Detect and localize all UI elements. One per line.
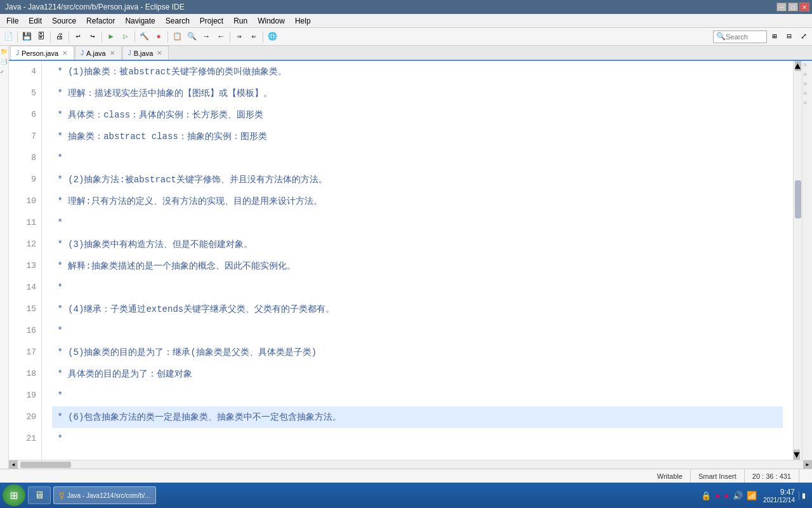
toolbar-separator-3 xyxy=(69,31,69,43)
menu-edit[interactable]: Edit xyxy=(23,14,47,27)
taskbar-btn-1[interactable]: 🖥 xyxy=(28,486,51,504)
tray-icon-1[interactable]: 🔒 xyxy=(701,491,711,500)
taskbar-clock: 9:47 2021/12/14 xyxy=(763,488,795,504)
toolbar-undo[interactable]: ↩ xyxy=(71,30,85,44)
vscroll-down-arrow[interactable]: ▼ xyxy=(794,450,800,460)
toolbar-open-task[interactable]: 📋 xyxy=(170,30,184,44)
code-line: * xyxy=(52,320,783,342)
line-number: 12 xyxy=(22,234,36,255)
tab-label-b: B.java xyxy=(134,50,154,57)
menu-run[interactable]: Run xyxy=(228,14,252,27)
tray-icon-5[interactable]: 📶 xyxy=(747,491,757,500)
tab-person-java[interactable]: J Person.java ✕ xyxy=(10,46,74,60)
menu-refactor[interactable]: Refactor xyxy=(81,14,120,27)
tray-icon-2[interactable]: ● xyxy=(715,491,720,500)
toolbar-perspectives[interactable]: ⊞ xyxy=(768,30,782,44)
toolbar-back[interactable]: ⇐ xyxy=(247,30,261,44)
tray-icon-3[interactable]: ● xyxy=(724,491,729,500)
taskbar-icon-1: 🖥 xyxy=(34,490,44,502)
right-panel-icon-2[interactable]: ≡ xyxy=(804,72,811,79)
tab-b-java[interactable]: J B.java ✕ xyxy=(122,46,169,60)
line-number: 20 xyxy=(22,406,36,428)
menu-search[interactable]: Search xyxy=(160,14,195,27)
code-line: * 抽象类：abstract class：抽象的实例：图形类 xyxy=(52,126,783,147)
taskbar: ⊞ 🖥 ☿ Java - Java1214/src/com/b/... 🔒 ● … xyxy=(0,483,812,508)
code-content[interactable]: * (1)抽象类：被abstract关键字修饰的类叫做抽象类。 * 理解：描述现… xyxy=(42,61,793,460)
search-icon: 🔍 xyxy=(716,32,726,41)
start-icon: ⊞ xyxy=(10,488,18,504)
search-input[interactable] xyxy=(726,33,764,41)
vertical-scrollbar[interactable]: ▲ ▼ xyxy=(793,61,802,460)
tab-icon-a: J xyxy=(81,50,84,57)
package-explorer-icon[interactable]: 📁 xyxy=(1,48,8,56)
menu-file[interactable]: File xyxy=(1,14,23,27)
menu-navigate[interactable]: Navigate xyxy=(120,14,160,27)
hscroll-thumb[interactable] xyxy=(20,462,71,468)
outline-icon[interactable]: 📑 xyxy=(1,58,8,66)
system-tray: 🔒 ● ● 🔊 📶 9:47 2021/12/14 ▮ xyxy=(697,488,809,504)
tray-icon-4[interactable]: 🔊 xyxy=(733,491,743,500)
toolbar-print[interactable]: 🖨 xyxy=(53,30,67,44)
line-numbers: 456789101112131415161718192021 xyxy=(9,61,42,460)
tab-icon-person: J xyxy=(16,50,19,57)
toolbar-redo[interactable]: ↪ xyxy=(86,30,100,44)
tab-close-person[interactable]: ✕ xyxy=(61,50,69,57)
clock-date: 2021/12/14 xyxy=(763,497,795,504)
line-number: 14 xyxy=(22,277,36,298)
tab-a-java[interactable]: J A.java ✕ xyxy=(75,46,122,60)
task-icon[interactable]: ✓ xyxy=(1,69,8,76)
code-line: * 解释:抽象类描述的是一个抽象的概念、因此不能实例化。 xyxy=(52,255,783,277)
toolbar-debug[interactable]: ▶ xyxy=(104,30,118,44)
code-editor[interactable]: 456789101112131415161718192021 * (1)抽象类：… xyxy=(9,61,793,460)
tray-show-desktop[interactable]: ▮ xyxy=(799,491,806,500)
vscroll-thumb[interactable] xyxy=(795,180,801,218)
menu-project[interactable]: Project xyxy=(195,14,228,27)
line-number: 18 xyxy=(22,363,36,385)
tab-close-b[interactable]: ✕ xyxy=(155,50,163,57)
toolbar-new[interactable]: 📄 xyxy=(1,30,15,44)
toolbar-save-all[interactable]: 🗄 xyxy=(34,30,48,44)
menu-help[interactable]: Help xyxy=(290,14,316,27)
code-line: * xyxy=(52,428,783,450)
toolbar-maximize[interactable]: ⤢ xyxy=(797,30,811,44)
toolbar-views[interactable]: ⊟ xyxy=(782,30,796,44)
search-box[interactable]: 🔍 xyxy=(713,30,767,43)
toolbar-search-ref[interactable]: 🔍 xyxy=(185,30,199,44)
toolbar-external[interactable]: 🌐 xyxy=(265,30,279,44)
toolbar-run[interactable]: ▷ xyxy=(119,30,133,44)
menu-source[interactable]: Source xyxy=(47,14,81,27)
line-number: 13 xyxy=(22,255,36,277)
code-line: * 理解:只有方法的定义、没有方法的实现、目的是用来设计方法。 xyxy=(52,190,783,212)
taskbar-eclipse-btn[interactable]: ☿ Java - Java1214/src/com/b/... xyxy=(53,486,156,504)
line-number: 17 xyxy=(22,342,36,363)
hscroll-right-arrow[interactable]: ▶ xyxy=(803,460,812,469)
right-panel-icon-5[interactable]: ≡ xyxy=(804,100,811,108)
toolbar-prev[interactable]: ← xyxy=(214,30,228,44)
right-panel-icon-1[interactable]: ≡ xyxy=(804,62,811,70)
toolbar-separator-6 xyxy=(167,31,168,43)
status-position: 20 : 36 : 431 xyxy=(745,469,799,483)
start-button[interactable]: ⊞ xyxy=(3,485,25,506)
horizontal-scrollbar[interactable]: ◀ ▶ xyxy=(9,460,812,469)
vscroll-up-arrow[interactable]: ▲ xyxy=(795,61,801,71)
editor-container: J Person.java ✕ J A.java ✕ J B.java ✕ 45… xyxy=(9,46,812,469)
toolbar-save[interactable]: 💾 xyxy=(20,30,34,44)
toolbar-build2[interactable]: ● xyxy=(152,30,166,44)
line-number: 21 xyxy=(22,428,36,450)
maximize-button[interactable]: □ xyxy=(788,3,798,11)
minimize-button[interactable]: ─ xyxy=(776,3,787,11)
hscroll-left-arrow[interactable]: ◀ xyxy=(9,460,18,469)
toolbar-next[interactable]: → xyxy=(199,30,213,44)
toolbar-forward[interactable]: ⇒ xyxy=(232,30,246,44)
close-button[interactable]: ✕ xyxy=(799,3,809,11)
title-text: Java - Java1214/src/com/b/Person.java - … xyxy=(3,3,776,11)
tab-close-a[interactable]: ✕ xyxy=(108,50,116,57)
toolbar-build[interactable]: 🔨 xyxy=(137,30,151,44)
line-number: 19 xyxy=(22,385,36,406)
toolbar: 📄 💾 🗄 🖨 ↩ ↪ ▶ ▷ 🔨 ● 📋 🔍 → ← ⇒ ⇐ 🌐 🔍 ⊞ ⊟ … xyxy=(0,28,812,46)
code-line: * xyxy=(52,277,783,298)
menu-window[interactable]: Window xyxy=(252,14,290,27)
right-panel-icon-4[interactable]: ≡ xyxy=(804,91,811,98)
statusbar: Writable Smart Insert 20 : 36 : 431 xyxy=(0,469,812,483)
right-panel-icon-3[interactable]: ≡ xyxy=(804,81,811,89)
